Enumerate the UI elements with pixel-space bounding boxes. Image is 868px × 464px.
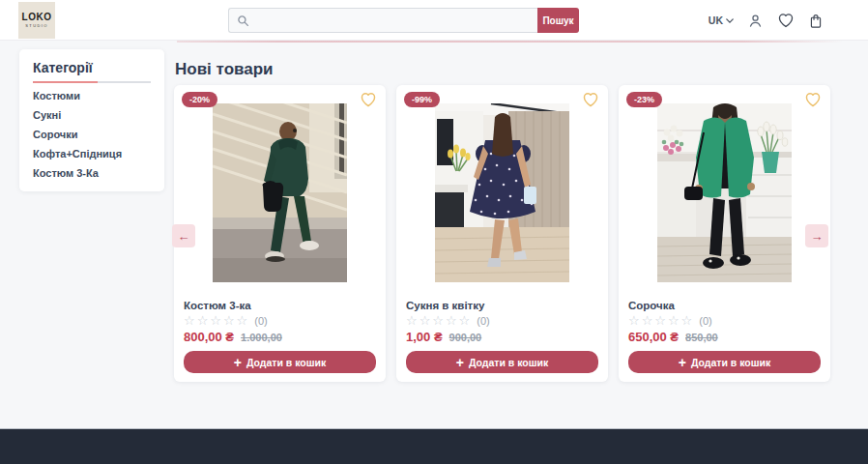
product-name[interactable]: Сукня в квітку <box>406 300 484 311</box>
rating-count: (0) <box>254 315 267 327</box>
product-prices: 800,00 ₴ 1.000,00 <box>184 330 282 344</box>
price-current: 1,00 ₴ <box>406 330 443 344</box>
favorite-icon[interactable] <box>360 92 377 107</box>
product-prices: 650,00 ₴ 850,00 <box>628 330 718 344</box>
search-input-box <box>228 8 537 33</box>
product-image[interactable] <box>213 103 347 282</box>
header-accent-line <box>177 41 843 43</box>
price-old: 1.000,00 <box>241 332 282 343</box>
brand-logo[interactable]: LOKO STUDIO <box>18 2 55 39</box>
product-card: -23% <box>619 85 830 382</box>
discount-badge: -99% <box>404 92 440 107</box>
brand-subname: STUDIO <box>25 24 48 28</box>
rating-stars[interactable]: ☆☆☆☆☆ <box>628 314 694 327</box>
language-label: UK <box>709 14 723 26</box>
plus-icon: + <box>234 356 242 369</box>
brand-name: LOKO <box>22 13 52 22</box>
favorite-icon[interactable] <box>582 92 599 107</box>
sidebar-item-sukni[interactable]: Сукні <box>33 105 151 125</box>
account-icon[interactable] <box>747 13 764 29</box>
chevron-down-icon <box>726 18 734 23</box>
categories-list: Костюми Сукні Сорочки Кофта+Спідниця Кос… <box>19 86 164 183</box>
price-old: 850,00 <box>685 332 718 343</box>
page-title: Нові товари <box>175 60 274 79</box>
add-to-cart-button[interactable]: + Додати в кошик <box>184 351 376 373</box>
product-image[interactable] <box>657 103 792 282</box>
plus-icon: + <box>456 356 464 369</box>
sidebar-item-kostium-3ka[interactable]: Костюм 3-Ка <box>33 163 151 183</box>
price-old: 900,00 <box>449 332 482 343</box>
carousel-next-button[interactable]: → <box>805 224 828 247</box>
price-current: 800,00 ₴ <box>184 330 234 344</box>
product-carousel: -20% <box>174 85 830 382</box>
product-rating: ☆☆☆☆☆ (0) <box>628 314 712 327</box>
footer <box>0 428 868 464</box>
header: LOKO STUDIO Пошук UK <box>0 0 868 41</box>
product-prices: 1,00 ₴ 900,00 <box>406 330 481 344</box>
plus-icon: + <box>679 356 686 369</box>
add-to-cart-label: Додати в кошик <box>691 357 770 368</box>
product-card: -99% <box>396 85 608 382</box>
product-name[interactable]: Костюм 3-ка <box>184 300 251 311</box>
cart-icon[interactable] <box>808 13 824 29</box>
discount-badge: -23% <box>626 92 662 107</box>
add-to-cart-label: Додати в кошик <box>469 357 548 368</box>
carousel-prev-button[interactable]: ← <box>172 224 195 247</box>
search-bar: Пошук <box>228 8 579 33</box>
add-to-cart-button[interactable]: + Додати в кошик <box>406 351 598 373</box>
categories-panel: Категорії Костюми Сукні Сорочки Кофта+Сп… <box>19 49 164 191</box>
wishlist-icon[interactable] <box>777 13 795 28</box>
add-to-cart-label: Додати в кошик <box>246 357 326 368</box>
sidebar-item-sorochky[interactable]: Сорочки <box>33 125 151 144</box>
search-input[interactable] <box>255 14 537 26</box>
rating-stars[interactable]: ☆☆☆☆☆ <box>184 314 249 327</box>
discount-badge: -20% <box>182 92 217 107</box>
add-to-cart-button[interactable]: + Додати в кошик <box>628 351 821 373</box>
rating-count: (0) <box>699 315 711 327</box>
product-rating: ☆☆☆☆☆ (0) <box>184 314 268 327</box>
product-rating: ☆☆☆☆☆ (0) <box>406 314 490 327</box>
sidebar-item-kofta-spidnytsia[interactable]: Кофта+Спідниця <box>33 144 151 163</box>
rating-count: (0) <box>477 315 489 327</box>
favorite-icon[interactable] <box>804 92 822 107</box>
product-card: -20% <box>174 85 386 382</box>
product-image[interactable] <box>435 103 569 282</box>
search-icon <box>237 14 249 27</box>
page: LOKO STUDIO Пошук UK <box>0 0 868 464</box>
language-selector[interactable]: UK <box>709 14 734 26</box>
categories-divider <box>33 81 151 83</box>
rating-stars[interactable]: ☆☆☆☆☆ <box>406 314 472 327</box>
sidebar-item-kostiumy[interactable]: Костюми <box>33 86 151 105</box>
categories-title: Категорії <box>33 60 151 75</box>
price-current: 650,00 ₴ <box>628 330 679 344</box>
header-controls: UK <box>709 0 824 41</box>
search-button[interactable]: Пошук <box>537 8 579 33</box>
product-name[interactable]: Сорочка <box>628 300 675 311</box>
